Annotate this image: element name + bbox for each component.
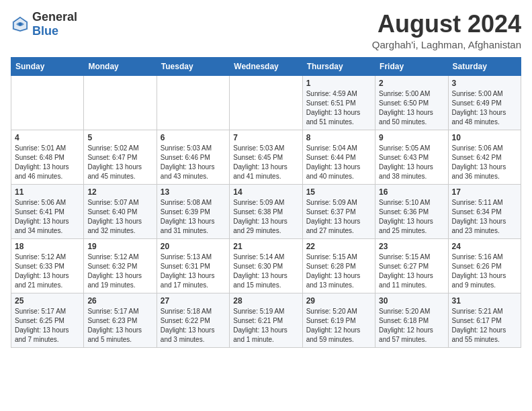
calendar-cell: 3Sunrise: 5:00 AMSunset: 6:49 PMDaylight… xyxy=(448,75,521,130)
day-number: 27 xyxy=(161,296,226,306)
calendar-cell: 23Sunrise: 5:15 AMSunset: 6:27 PMDayligh… xyxy=(375,238,448,293)
calendar-cell: 30Sunrise: 5:20 AMSunset: 6:18 PMDayligh… xyxy=(375,293,448,347)
day-number: 1 xyxy=(306,79,371,88)
logo-icon xyxy=(11,15,30,34)
calendar-cell: 16Sunrise: 5:10 AMSunset: 6:36 PMDayligh… xyxy=(375,184,448,238)
day-info: Sunrise: 5:15 AMSunset: 6:28 PMDaylight:… xyxy=(306,253,371,290)
header-day-wednesday: Wednesday xyxy=(230,57,302,75)
calendar-cell: 1Sunrise: 4:59 AMSunset: 6:51 PMDaylight… xyxy=(302,75,375,130)
day-info: Sunrise: 5:03 AMSunset: 6:46 PMDaylight:… xyxy=(161,144,226,181)
calendar-cell: 21Sunrise: 5:14 AMSunset: 6:30 PMDayligh… xyxy=(230,238,302,293)
calendar-week-5: 25Sunrise: 5:17 AMSunset: 6:25 PMDayligh… xyxy=(11,293,521,347)
page-container: General Blue August 2024 Qarghah'i, Lagh… xyxy=(11,11,521,348)
day-number: 8 xyxy=(306,133,371,142)
calendar-cell: 28Sunrise: 5:19 AMSunset: 6:21 PMDayligh… xyxy=(230,293,302,347)
header-day-sunday: Sunday xyxy=(11,57,84,75)
calendar-cell: 22Sunrise: 5:15 AMSunset: 6:28 PMDayligh… xyxy=(302,238,375,293)
day-number: 11 xyxy=(15,187,80,197)
day-info: Sunrise: 5:05 AMSunset: 6:43 PMDaylight:… xyxy=(379,144,444,181)
calendar-cell xyxy=(157,75,229,130)
day-number: 25 xyxy=(15,296,80,306)
day-number: 30 xyxy=(379,296,444,306)
logo: General Blue xyxy=(11,11,77,38)
title-block: August 2024 Qarghah'i, Laghman, Afghanis… xyxy=(372,11,521,50)
day-number: 23 xyxy=(379,242,444,251)
day-info: Sunrise: 5:17 AMSunset: 6:23 PMDaylight:… xyxy=(87,307,152,345)
day-info: Sunrise: 5:02 AMSunset: 6:47 PMDaylight:… xyxy=(87,144,152,181)
day-info: Sunrise: 5:20 AMSunset: 6:19 PMDaylight:… xyxy=(306,307,371,345)
calendar-cell: 20Sunrise: 5:13 AMSunset: 6:31 PMDayligh… xyxy=(157,238,229,293)
calendar-cell: 4Sunrise: 5:01 AMSunset: 6:48 PMDaylight… xyxy=(11,130,84,184)
calendar-cell: 27Sunrise: 5:18 AMSunset: 6:22 PMDayligh… xyxy=(157,293,229,347)
logo-text: General Blue xyxy=(32,11,77,38)
page-header: General Blue August 2024 Qarghah'i, Lagh… xyxy=(11,11,521,50)
calendar-cell: 29Sunrise: 5:20 AMSunset: 6:19 PMDayligh… xyxy=(302,293,375,347)
day-number: 3 xyxy=(452,79,517,88)
day-number: 16 xyxy=(379,187,444,197)
day-info: Sunrise: 5:19 AMSunset: 6:21 PMDaylight:… xyxy=(233,307,298,345)
day-info: Sunrise: 5:12 AMSunset: 6:32 PMDaylight:… xyxy=(87,253,152,290)
day-number: 12 xyxy=(87,187,152,197)
header-day-friday: Friday xyxy=(375,57,448,75)
day-number: 28 xyxy=(233,296,298,306)
day-info: Sunrise: 5:09 AMSunset: 6:38 PMDaylight:… xyxy=(233,198,298,236)
svg-point-2 xyxy=(19,23,22,26)
main-title: August 2024 xyxy=(372,11,521,38)
calendar-cell xyxy=(230,75,302,130)
calendar-cell: 26Sunrise: 5:17 AMSunset: 6:23 PMDayligh… xyxy=(84,293,157,347)
day-number: 19 xyxy=(87,242,152,251)
day-number: 29 xyxy=(306,296,371,306)
calendar-cell: 18Sunrise: 5:12 AMSunset: 6:33 PMDayligh… xyxy=(11,238,84,293)
header-day-thursday: Thursday xyxy=(302,57,375,75)
day-number: 9 xyxy=(379,133,444,142)
day-info: Sunrise: 5:08 AMSunset: 6:39 PMDaylight:… xyxy=(161,198,226,236)
day-number: 7 xyxy=(233,133,298,142)
day-number: 24 xyxy=(452,242,517,251)
calendar-cell: 14Sunrise: 5:09 AMSunset: 6:38 PMDayligh… xyxy=(230,184,302,238)
day-info: Sunrise: 5:06 AMSunset: 6:41 PMDaylight:… xyxy=(15,198,80,236)
day-number: 18 xyxy=(15,242,80,251)
day-number: 4 xyxy=(15,133,80,142)
day-info: Sunrise: 5:11 AMSunset: 6:34 PMDaylight:… xyxy=(452,198,517,236)
subtitle: Qarghah'i, Laghman, Afghanistan xyxy=(372,39,521,50)
calendar-cell: 6Sunrise: 5:03 AMSunset: 6:46 PMDaylight… xyxy=(157,130,229,184)
day-number: 20 xyxy=(161,242,226,251)
day-info: Sunrise: 5:00 AMSunset: 6:50 PMDaylight:… xyxy=(379,89,444,127)
calendar-cell: 31Sunrise: 5:21 AMSunset: 6:17 PMDayligh… xyxy=(448,293,521,347)
day-number: 6 xyxy=(161,133,226,142)
calendar-body: 1Sunrise: 4:59 AMSunset: 6:51 PMDaylight… xyxy=(11,75,521,347)
logo-text-general: General xyxy=(32,11,77,24)
day-number: 26 xyxy=(87,296,152,306)
calendar-cell: 25Sunrise: 5:17 AMSunset: 6:25 PMDayligh… xyxy=(11,293,84,347)
day-number: 13 xyxy=(161,187,226,197)
calendar-cell: 11Sunrise: 5:06 AMSunset: 6:41 PMDayligh… xyxy=(11,184,84,238)
day-number: 2 xyxy=(379,79,444,88)
day-info: Sunrise: 5:15 AMSunset: 6:27 PMDaylight:… xyxy=(379,253,444,290)
day-number: 17 xyxy=(452,187,517,197)
calendar-header: SundayMondayTuesdayWednesdayThursdayFrid… xyxy=(11,57,521,75)
day-info: Sunrise: 5:07 AMSunset: 6:40 PMDaylight:… xyxy=(87,198,152,236)
calendar-week-4: 18Sunrise: 5:12 AMSunset: 6:33 PMDayligh… xyxy=(11,238,521,293)
day-info: Sunrise: 5:03 AMSunset: 6:45 PMDaylight:… xyxy=(233,144,298,181)
day-info: Sunrise: 5:04 AMSunset: 6:44 PMDaylight:… xyxy=(306,144,371,181)
calendar-week-3: 11Sunrise: 5:06 AMSunset: 6:41 PMDayligh… xyxy=(11,184,521,238)
header-day-saturday: Saturday xyxy=(448,57,521,75)
day-info: Sunrise: 5:09 AMSunset: 6:37 PMDaylight:… xyxy=(306,198,371,236)
day-number: 5 xyxy=(87,133,152,142)
calendar-cell: 15Sunrise: 5:09 AMSunset: 6:37 PMDayligh… xyxy=(302,184,375,238)
day-info: Sunrise: 5:16 AMSunset: 6:26 PMDaylight:… xyxy=(452,253,517,290)
day-info: Sunrise: 5:20 AMSunset: 6:18 PMDaylight:… xyxy=(379,307,444,345)
day-info: Sunrise: 5:17 AMSunset: 6:25 PMDaylight:… xyxy=(15,307,80,345)
day-number: 14 xyxy=(233,187,298,197)
day-number: 15 xyxy=(306,187,371,197)
calendar-cell: 9Sunrise: 5:05 AMSunset: 6:43 PMDaylight… xyxy=(375,130,448,184)
calendar-cell xyxy=(84,75,157,130)
header-day-monday: Monday xyxy=(84,57,157,75)
day-info: Sunrise: 5:12 AMSunset: 6:33 PMDaylight:… xyxy=(15,253,80,290)
calendar-cell: 5Sunrise: 5:02 AMSunset: 6:47 PMDaylight… xyxy=(84,130,157,184)
day-info: Sunrise: 5:00 AMSunset: 6:49 PMDaylight:… xyxy=(452,89,517,127)
day-info: Sunrise: 5:06 AMSunset: 6:42 PMDaylight:… xyxy=(452,144,517,181)
calendar-week-2: 4Sunrise: 5:01 AMSunset: 6:48 PMDaylight… xyxy=(11,130,521,184)
header-day-tuesday: Tuesday xyxy=(157,57,229,75)
day-info: Sunrise: 5:14 AMSunset: 6:30 PMDaylight:… xyxy=(233,253,298,290)
